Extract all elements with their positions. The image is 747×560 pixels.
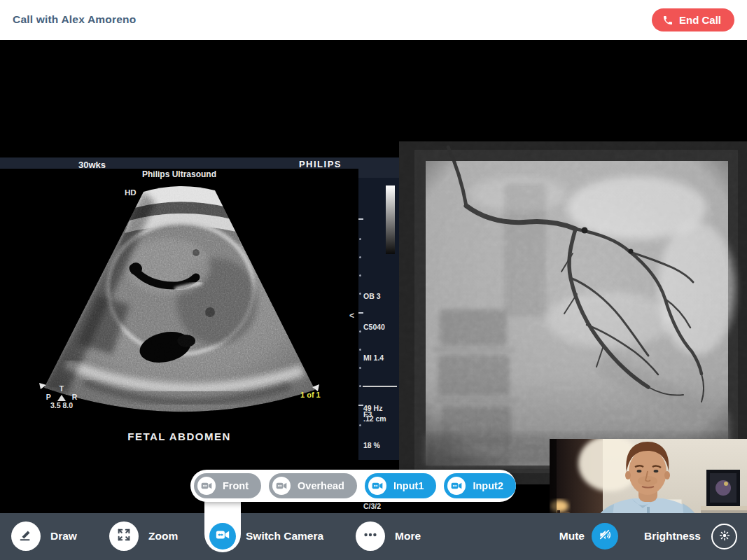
expand-arrows-icon bbox=[116, 527, 132, 545]
camera-option-input2[interactable]: Input2 bbox=[444, 473, 516, 498]
orientation-triangle-icon bbox=[57, 395, 66, 401]
zoom-button[interactable] bbox=[109, 522, 139, 551]
camera-option-label: Front bbox=[223, 480, 249, 491]
brightness-label: Brightness bbox=[644, 530, 701, 542]
camera-option-label: Input1 bbox=[393, 480, 424, 491]
draw-button[interactable] bbox=[11, 522, 41, 551]
phone-icon bbox=[662, 15, 673, 26]
grayscale-bar bbox=[386, 186, 395, 254]
camera-option-front[interactable]: Front bbox=[194, 473, 261, 498]
more-label: More bbox=[395, 530, 421, 542]
video-call-app: Call with Alex Amoreno End Call 30wks PH… bbox=[0, 0, 747, 560]
call-toolbar: Draw Zoom Switch Camera More Mute Bright… bbox=[0, 513, 747, 560]
video-camera-icon bbox=[216, 528, 230, 545]
pencil-icon bbox=[18, 527, 34, 545]
speaker-muted-icon bbox=[598, 528, 612, 545]
video-camera-icon bbox=[447, 477, 466, 495]
camera-option-input1[interactable]: Input1 bbox=[365, 473, 437, 498]
mute-label: Mute bbox=[532, 530, 585, 542]
angiogram-image bbox=[399, 141, 747, 484]
video-camera-icon bbox=[368, 477, 386, 495]
camera-option-label: Overhead bbox=[298, 480, 344, 491]
brightness-sun-icon bbox=[718, 529, 731, 545]
rate-depth-readouts: 49 Hz .12 cm bbox=[363, 403, 386, 424]
ultrasound-sidebar: OB 3 C5040 MI 1.4 F3 18 % 232dB/C6 C/3/2… bbox=[358, 178, 399, 460]
camera-option-label: Input2 bbox=[473, 480, 503, 491]
philips-logo: PHILIPS bbox=[299, 159, 342, 169]
switch-camera-button[interactable] bbox=[209, 523, 236, 550]
ellipsis-icon bbox=[363, 527, 378, 545]
more-button[interactable] bbox=[356, 522, 385, 551]
call-title: Call with Alex Amoreno bbox=[13, 13, 136, 26]
ultrasound-scan-fan bbox=[0, 169, 358, 460]
end-call-label: End Call bbox=[679, 14, 721, 26]
end-call-button[interactable]: End Call bbox=[652, 8, 734, 31]
zoom-label: Zoom bbox=[148, 530, 178, 542]
switch-camera-label: Switch Camera bbox=[246, 530, 323, 542]
video-camera-icon bbox=[272, 477, 291, 495]
camera-option-overhead[interactable]: Overhead bbox=[269, 473, 357, 498]
hd-label: HD bbox=[125, 188, 137, 197]
ultrasound-system-label: Philips Ultrasound bbox=[0, 169, 358, 179]
ultrasound-image: 30wks PHILIPS bbox=[0, 158, 399, 460]
brightness-button[interactable] bbox=[711, 524, 737, 550]
camera-selector-popup: Front Overhead Input1 Input2 bbox=[190, 470, 516, 502]
header-bar: Call with Alex Amoreno End Call bbox=[0, 0, 747, 40]
frame-counter: 1 of 1 bbox=[300, 391, 321, 399]
mute-button[interactable] bbox=[592, 523, 618, 550]
scan-caption: FETAL ABDOMEN bbox=[0, 430, 358, 442]
orientation-marker: T P R 3.5 8.0 bbox=[41, 384, 83, 410]
focus-marker: < bbox=[349, 311, 354, 321]
video-camera-icon bbox=[197, 477, 216, 495]
draw-label: Draw bbox=[50, 530, 77, 542]
